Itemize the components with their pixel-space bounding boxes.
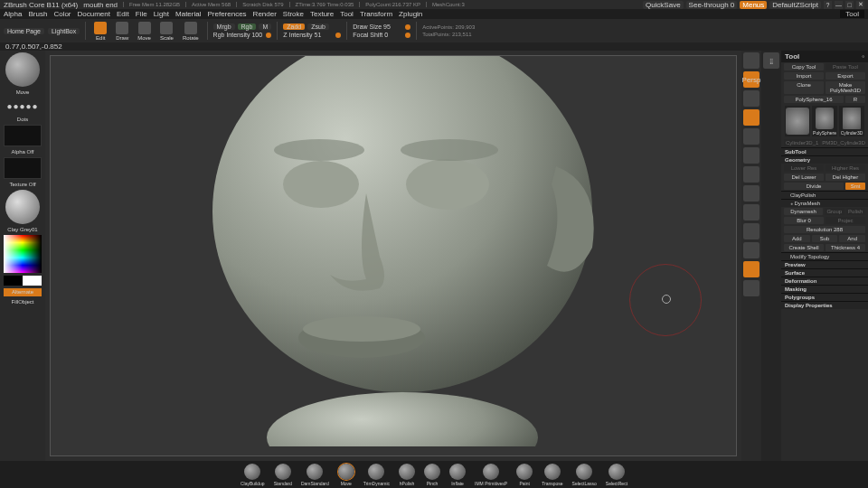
brush-claybuildup[interactable]: ClayBuildup	[241, 464, 265, 486]
display-properties-section[interactable]: Display Properties	[781, 301, 868, 309]
brush-standard[interactable]: Standard	[274, 464, 292, 486]
texture-slot[interactable]	[4, 157, 42, 179]
modify-topology-section[interactable]: Modify Topology	[781, 252, 868, 260]
tool-thumb-polysphere[interactable]: PolySphere	[812, 106, 837, 136]
menu-edit[interactable]: Edit	[117, 10, 129, 18]
polygroups-section[interactable]: Polygroups	[781, 293, 868, 301]
m-button[interactable]: M	[259, 23, 271, 30]
smt-toggle[interactable]: Smt	[845, 183, 865, 190]
local-button[interactable]	[743, 109, 760, 126]
geometry-section[interactable]: Geometry	[781, 155, 868, 164]
panel-close-icon[interactable]: ◦	[862, 52, 864, 61]
resolution-slider[interactable]: Resolution 288	[784, 226, 865, 233]
preview-section[interactable]: Preview	[781, 260, 868, 268]
home-page-button[interactable]: Home Page	[4, 28, 44, 34]
menu-color[interactable]: Color	[53, 10, 71, 18]
lightbox-button[interactable]: LightBox	[48, 28, 80, 34]
zsub-button[interactable]: Zsub	[307, 23, 329, 30]
draw-mode-button[interactable]: Draw	[113, 21, 131, 42]
scale-mode-button[interactable]: Scale	[157, 21, 176, 42]
swatch-white[interactable]	[23, 276, 42, 286]
dynamesh-button[interactable]: Dynamesh	[784, 208, 823, 215]
fillobject-button[interactable]: FillObject	[11, 299, 33, 305]
scale-view-button[interactable]	[743, 185, 760, 202]
menu-transform[interactable]: Transform	[360, 10, 392, 18]
tool-thumb-large[interactable]	[785, 106, 810, 136]
project-toggle[interactable]: Projec	[826, 217, 865, 224]
stroke-thumbnail[interactable]: ●●●●●	[5, 98, 40, 114]
add-button[interactable]: Add	[784, 235, 810, 242]
brush-selectrect[interactable]: SelectRect	[606, 464, 627, 486]
seethrough-slider[interactable]: See-through 0	[686, 1, 738, 9]
polish-toggle[interactable]: Polish	[846, 208, 866, 215]
menu-texture[interactable]: Texture	[310, 10, 334, 18]
move-view-button[interactable]	[743, 166, 760, 183]
brush-trimdynamic[interactable]: TrimDynamic	[363, 464, 390, 486]
swatch-black[interactable]	[4, 276, 23, 286]
menu-file[interactable]: File	[136, 10, 147, 18]
rgb-button[interactable]: Rgb	[238, 23, 257, 30]
persp-button[interactable]: Persp	[743, 71, 760, 88]
solo-button[interactable]	[743, 280, 760, 296]
canvas-area[interactable]	[45, 51, 741, 461]
default-zscript[interactable]: DefaultZScript	[769, 1, 821, 9]
paste-tool-button[interactable]: Paste Tool	[826, 63, 865, 70]
tool-name[interactable]: PolySphere_16	[784, 96, 844, 103]
group-toggle[interactable]: Group	[825, 208, 844, 215]
rotate-view-button[interactable]	[743, 204, 760, 221]
del-higher-button[interactable]: Del Higher	[826, 174, 865, 181]
brush-move[interactable]: Move	[338, 464, 354, 486]
rgb-intensity-slider[interactable]: Rgb Intensity 100	[213, 32, 263, 38]
brush-damstandard[interactable]: DamStandard	[301, 464, 329, 486]
edit-mode-button[interactable]: Edit	[91, 21, 109, 42]
menus-toggle[interactable]: Menus	[740, 1, 767, 9]
thickness-slider[interactable]: Thickness 4	[826, 244, 865, 251]
blur-slider[interactable]: Blur 0	[784, 217, 824, 224]
lower-res-button[interactable]: Lower Res	[784, 164, 824, 172]
color-picker[interactable]	[4, 235, 42, 273]
alternate-button[interactable]: Alternate	[4, 288, 42, 296]
material-thumbnail[interactable]	[5, 190, 40, 224]
make-polymesh-button[interactable]: Make PolyMesh3D	[826, 81, 865, 94]
transp-button[interactable]	[743, 242, 760, 258]
xpos-button[interactable]	[743, 128, 760, 145]
menu-zplugin[interactable]: Zplugin	[399, 10, 422, 18]
help-icon[interactable]: ?	[824, 1, 832, 9]
z-intensity-slider[interactable]: Z Intensity 51	[283, 32, 333, 38]
export-button[interactable]: Export	[826, 72, 865, 80]
copy-tool-button[interactable]: Copy Tool	[784, 63, 824, 70]
menu-alpha[interactable]: Alpha	[4, 10, 22, 18]
draw-size-slider[interactable]: Draw Size 95	[353, 23, 402, 30]
menu-light[interactable]: Light	[154, 10, 169, 18]
menu-tool[interactable]: Tool	[340, 10, 354, 18]
brush-imm-primitives[interactable]: IMM PrimitivesP	[475, 464, 507, 486]
rotate-mode-button[interactable]: Rotate	[180, 21, 202, 42]
zadd-button[interactable]: Zadd	[283, 23, 305, 30]
minimize-button[interactable]: —	[835, 1, 843, 9]
divide-button[interactable]: Divide	[784, 183, 844, 190]
masking-section[interactable]: Masking	[781, 285, 868, 293]
brush-hpolish[interactable]: hPolish	[399, 464, 415, 486]
and-button[interactable]: And	[839, 235, 865, 242]
menu-brush[interactable]: Brush	[28, 10, 47, 18]
shelf-icon[interactable]	[743, 52, 760, 69]
viewport[interactable]	[50, 55, 737, 456]
menu-render[interactable]: Render	[253, 10, 277, 18]
dynamesh-section[interactable]: DynaMesh	[781, 199, 868, 207]
clone-button[interactable]: Clone	[784, 81, 824, 94]
r-button[interactable]: R	[845, 96, 865, 103]
subtool-section[interactable]: SubTool	[781, 147, 868, 155]
menu-stroke[interactable]: Stroke	[283, 10, 304, 18]
panel-tab-tool[interactable]: Tool	[840, 10, 864, 18]
sub-button[interactable]: Sub	[812, 235, 838, 242]
brush-thumbnail[interactable]	[5, 52, 40, 87]
tool-thumb-cylinder[interactable]: Cylinder3D	[839, 106, 864, 136]
quicksave-button[interactable]: QuickSave	[643, 1, 684, 9]
create-shell-button[interactable]: Create Shell	[784, 244, 824, 251]
tool-list-a[interactable]: Cylinder3D_1	[784, 139, 820, 146]
import-button[interactable]: Import	[784, 72, 824, 80]
ghost-button[interactable]	[743, 261, 760, 277]
del-lower-button[interactable]: Del Lower	[784, 174, 824, 181]
tool-list-b[interactable]: PM3D_Cylinde3D	[822, 139, 865, 146]
close-button[interactable]: ✕	[856, 1, 864, 9]
